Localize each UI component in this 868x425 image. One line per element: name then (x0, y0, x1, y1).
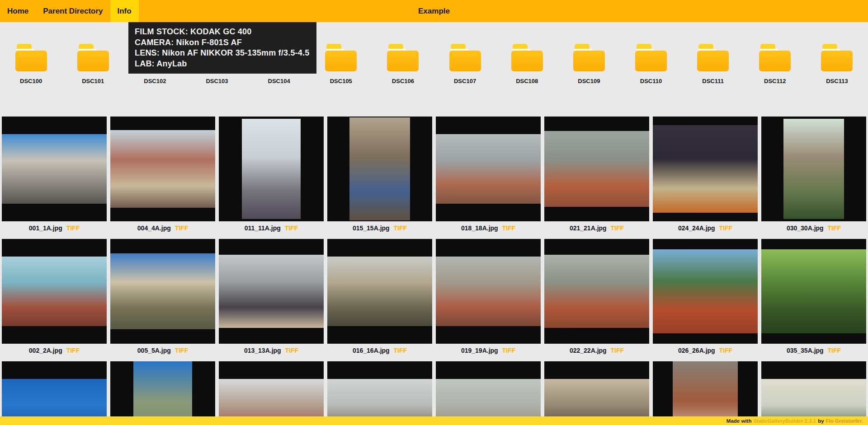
author-link[interactable]: Flo Greistorfer. (826, 418, 863, 424)
tiff-link[interactable]: TIFF (175, 347, 189, 354)
thumbnail[interactable] (2, 117, 107, 221)
photo-filename: 004_4A.jpg (137, 224, 171, 232)
gallery-item (544, 361, 649, 425)
folder-item-dsc113[interactable]: DSC113 (806, 44, 868, 117)
photo-caption: 035_35A.jpg TIFF (761, 345, 866, 356)
folder-icon (324, 44, 358, 72)
gallery-item: 018_18A.jpg TIFF (436, 117, 541, 239)
tiff-link[interactable]: TIFF (611, 224, 624, 232)
thumbnail[interactable] (327, 117, 432, 221)
gallery-item: 035_35A.jpg TIFF (761, 239, 866, 361)
thumbnail[interactable] (327, 361, 432, 425)
folder-label: DSC105 (330, 78, 352, 84)
nav-item-parent-directory[interactable]: Parent Directory (36, 0, 110, 22)
photo-filename: 011_11A.jpg (245, 224, 281, 232)
photo-caption: 021_21A.jpg TIFF (544, 223, 649, 234)
footer: Made with StaticGalleryBuilder 2.3.1 by … (0, 416, 868, 425)
tiff-link[interactable]: TIFF (285, 224, 298, 232)
gallery: 001_1A.jpg TIFF 004_4A.jpg TIFF 011_11A.… (0, 117, 868, 425)
tooltip-film-stock: FILM STOCK: KODAK GC 400 (135, 27, 310, 37)
info-tooltip: FILM STOCK: KODAK GC 400 CAMERA: Nikon F… (128, 22, 316, 74)
thumbnail[interactable] (327, 239, 432, 344)
thumbnail[interactable] (2, 361, 107, 425)
thumbnail[interactable] (653, 361, 758, 425)
folder-label: DSC100 (20, 78, 42, 84)
folder-item-dsc111[interactable]: DSC111 (682, 44, 744, 117)
folder-item-dsc101[interactable]: DSC101 (62, 44, 124, 117)
tiff-link[interactable]: TIFF (719, 224, 733, 232)
photo-filename: 005_5A.jpg (137, 347, 171, 354)
gallery-item: 013_13A.jpg TIFF (219, 239, 324, 361)
photo-filename: 026_26A.jpg (678, 347, 715, 354)
thumbnail[interactable] (219, 361, 324, 425)
tiff-link[interactable]: TIFF (66, 224, 80, 232)
thumbnail[interactable] (2, 239, 107, 344)
tiff-link[interactable]: TIFF (66, 347, 80, 354)
photo-filename: 030_30A.jpg (787, 224, 824, 232)
thumbnail[interactable] (219, 117, 324, 221)
folder-label: DSC109 (578, 78, 600, 84)
folder-icon (448, 44, 482, 72)
thumbnail[interactable] (110, 239, 215, 344)
folder-item-dsc107[interactable]: DSC107 (434, 44, 496, 117)
folder-icon (572, 44, 606, 72)
thumbnail[interactable] (110, 117, 215, 221)
thumbnail[interactable] (544, 239, 649, 344)
tiff-link[interactable]: TIFF (502, 224, 516, 232)
nav-item-info[interactable]: Info (110, 0, 139, 22)
tiff-link[interactable]: TIFF (828, 347, 841, 354)
thumbnail[interactable] (544, 117, 649, 221)
tiff-link[interactable]: TIFF (611, 347, 624, 354)
folder-item-dsc105[interactable]: DSC105 (310, 44, 372, 117)
tiff-link[interactable]: TIFF (394, 347, 407, 354)
thumbnail[interactable] (761, 361, 866, 425)
folder-label: DSC111 (702, 78, 724, 84)
gallery-item (761, 361, 866, 425)
nav-item-home[interactable]: Home (0, 0, 36, 22)
thumbnail[interactable] (436, 117, 541, 221)
photo-filename: 015_15A.jpg (353, 224, 390, 232)
gallery-item: 015_15A.jpg TIFF (327, 117, 432, 239)
folder-item-dsc106[interactable]: DSC106 (372, 44, 434, 117)
thumbnail[interactable] (436, 239, 541, 344)
gallery-item: 005_5A.jpg TIFF (110, 239, 215, 361)
thumbnail[interactable] (110, 361, 215, 425)
photo-caption: 001_1A.jpg TIFF (2, 223, 107, 234)
page: { "navbar": { "bg": "#FFB305", "active_b… (0, 0, 868, 425)
photo-placeholder (242, 119, 301, 220)
thumbnail[interactable] (436, 361, 541, 425)
photo-placeholder (110, 253, 215, 329)
tiff-link[interactable]: TIFF (175, 224, 189, 232)
thumbnail[interactable] (761, 117, 866, 221)
gallery-item (2, 361, 107, 425)
tiff-link[interactable]: TIFF (828, 224, 841, 232)
photo-caption: 018_18A.jpg TIFF (436, 223, 541, 234)
thumbnail[interactable] (761, 239, 866, 344)
photo-placeholder (219, 255, 324, 328)
thumbnail[interactable] (544, 361, 649, 425)
photo-filename: 024_24A.jpg (678, 224, 715, 232)
folder-item-dsc112[interactable]: DSC112 (744, 44, 806, 117)
photo-caption: 002_2A.jpg TIFF (2, 345, 107, 356)
thumbnail[interactable] (219, 239, 324, 344)
folder-label: DSC102 (144, 78, 166, 84)
photo-caption: 016_16A.jpg TIFF (327, 345, 432, 356)
folder-item-dsc100[interactable]: DSC100 (0, 44, 62, 117)
tooltip-lens: LENS: Nikon AF NIKKOR 35-135mm f/3.5-4.5 (135, 48, 310, 59)
builder-link[interactable]: StaticGalleryBuilder 2.3.1 (753, 418, 816, 424)
photo-caption: 015_15A.jpg TIFF (327, 223, 432, 234)
thumbnail[interactable] (653, 239, 758, 344)
folder-label: DSC108 (516, 78, 538, 84)
tiff-link[interactable]: TIFF (285, 347, 299, 354)
tiff-link[interactable]: TIFF (394, 224, 407, 232)
folder-item-dsc109[interactable]: DSC109 (558, 44, 620, 117)
folder-icon (510, 44, 544, 72)
photo-placeholder (2, 134, 107, 203)
tiff-link[interactable]: TIFF (502, 347, 516, 354)
tiff-link[interactable]: TIFF (719, 347, 733, 354)
thumbnail[interactable] (653, 117, 758, 221)
folder-item-dsc110[interactable]: DSC110 (620, 44, 682, 117)
gallery-item: 002_2A.jpg TIFF (2, 239, 107, 361)
folder-item-dsc108[interactable]: DSC108 (496, 44, 558, 117)
gallery-item: 001_1A.jpg TIFF (2, 117, 107, 239)
